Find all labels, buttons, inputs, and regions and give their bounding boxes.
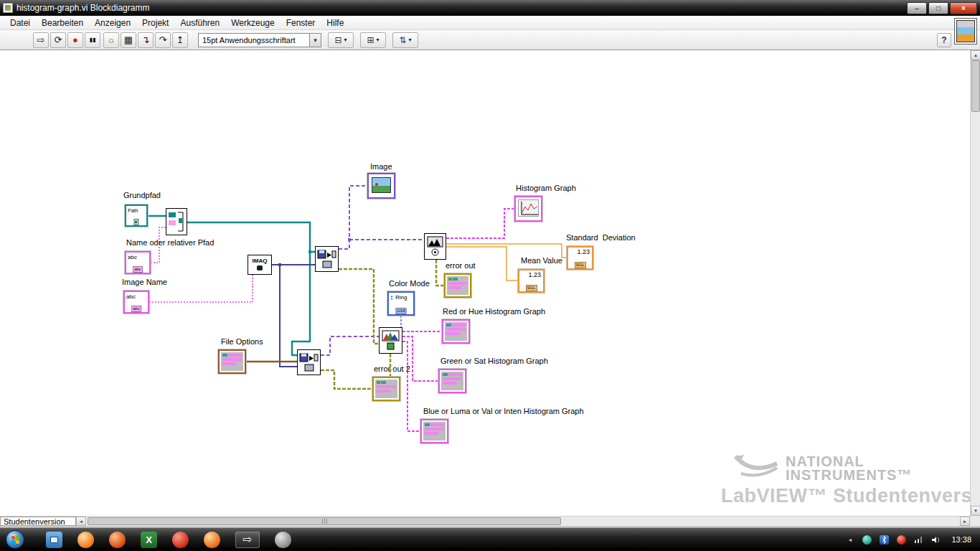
font-selector-caret-icon[interactable]: ▾ — [309, 34, 321, 47]
color-mode-label[interactable]: Color Mode — [389, 279, 430, 288]
error-out-indicator[interactable] — [444, 273, 471, 298]
taskbar-clock[interactable]: 13:38 — [948, 535, 971, 544]
red-hue-histogram-indicator[interactable] — [442, 319, 470, 344]
reorder-objects-button[interactable]: ⇅ ▾ — [392, 32, 418, 48]
signal-strength-icon[interactable] — [914, 535, 923, 545]
image-name-label[interactable]: Image Name — [122, 278, 167, 286]
color-histogram-node[interactable] — [379, 327, 402, 354]
step-over-button[interactable]: ↷ — [155, 32, 171, 48]
step-into-button[interactable]: ↴ — [138, 32, 154, 48]
font-selector[interactable]: 15pt Anwendungsschriftart ▾ — [198, 33, 321, 47]
green-hist-label[interactable]: Green or Sat Histogram Graph — [440, 357, 548, 365]
graph-thumbnail-icon — [518, 199, 539, 217]
labview-taskbar-button[interactable]: ⇨ — [235, 532, 260, 548]
web-browser-icon-2[interactable] — [204, 532, 220, 548]
error-out-2-indicator[interactable] — [372, 377, 400, 401]
help-button[interactable]: ? — [937, 33, 951, 47]
maximize-button[interactable]: □ — [928, 2, 948, 14]
wire-error-histogram-out[interactable] — [436, 260, 444, 286]
minimize-button[interactable]: – — [907, 2, 927, 14]
horizontal-scrollbar[interactable]: Studentenversion ◂ ▸ — [0, 516, 970, 526]
microphone-icon[interactable] — [275, 532, 291, 548]
wire-image2-to-colorhistogram[interactable] — [321, 336, 379, 355]
imaq-create-node[interactable]: IMAQ — [248, 255, 272, 275]
volume-icon[interactable] — [931, 535, 941, 545]
start-button[interactable] — [6, 530, 24, 549]
vertical-scrollbar[interactable]: ▴ ▾ — [970, 50, 980, 516]
explorer-icon[interactable] — [46, 532, 62, 548]
block-diagram-canvas[interactable]: NATIONAL INSTRUMENTS™ LabVIEW™ Studenten… — [0, 50, 970, 516]
menu-datei[interactable]: Datei — [4, 17, 36, 29]
file-options-label[interactable]: File Options — [221, 337, 263, 346]
histogram-graph-label[interactable]: Histogram Graph — [516, 184, 576, 192]
grundpfad-terminal[interactable]: Path ▸ — [125, 204, 148, 227]
menu-ausfuehren[interactable]: Ausführen — [174, 17, 225, 29]
run-continuous-button[interactable]: ⟳ — [50, 32, 66, 48]
green-sat-histogram-indicator[interactable] — [438, 369, 466, 393]
align-objects-button[interactable]: ⊟ ▾ — [328, 32, 354, 48]
diagram-tab-studentenversion[interactable]: Studentenversion — [0, 517, 76, 526]
image-label[interactable]: Image — [370, 162, 392, 171]
histogram-graph-indicator[interactable] — [514, 196, 542, 222]
media-player-icon[interactable] — [109, 532, 126, 548]
histogram-node[interactable] — [424, 233, 446, 260]
show-hidden-icons[interactable]: ◂ — [845, 535, 854, 545]
wire-error-file2-out[interactable] — [321, 370, 372, 389]
menu-fenster[interactable]: Fenster — [281, 17, 321, 29]
name-pfad-terminal[interactable]: abc abc — [125, 251, 151, 274]
scroll-down-icon[interactable]: ▾ — [971, 506, 980, 516]
file-options-control[interactable] — [218, 349, 246, 374]
image-indicator[interactable] — [367, 173, 395, 199]
blue-hist-label[interactable]: Blue or Luma or Val or Inten Histogram G… — [423, 407, 584, 415]
menu-hilfe[interactable]: Hilfe — [321, 17, 349, 29]
highlight-execution-button[interactable]: ☼ — [103, 32, 119, 48]
step-over-icon: ↷ — [159, 34, 167, 45]
retain-wire-values-button[interactable]: ▦ — [121, 32, 136, 48]
mean-value-label[interactable]: Mean Value — [521, 256, 562, 265]
imaq-readfile-node[interactable] — [315, 246, 339, 272]
standard-deviation-label[interactable]: Standard Deviation — [566, 233, 636, 242]
vertical-scroll-thumb[interactable] — [971, 60, 980, 112]
menu-anzeigen[interactable]: Anzeigen — [89, 17, 136, 29]
image-name-terminal[interactable]: abc abc — [123, 291, 149, 314]
imaq-chip-icon — [257, 265, 263, 270]
imaq-readfile-node-2[interactable] — [297, 349, 321, 375]
network-globe-icon[interactable] — [862, 535, 872, 545]
build-path-node[interactable] — [166, 208, 187, 235]
abort-button[interactable]: ● — [67, 32, 83, 48]
excel-icon[interactable]: X — [141, 532, 157, 548]
red-hist-label[interactable]: Red or Hue Histogram Graph — [443, 307, 545, 316]
menu-werkzeuge[interactable]: Werkzeuge — [225, 17, 280, 29]
firefox-icon[interactable] — [77, 532, 94, 548]
wire-error-file1[interactable] — [339, 269, 379, 344]
grundpfad-label[interactable]: Grundpfad — [123, 191, 161, 199]
mean-value-indicator[interactable]: 1.23 SGL — [518, 269, 545, 293]
scroll-left-icon[interactable]: ◂ — [76, 517, 86, 526]
run-button[interactable]: ⇨ — [33, 32, 49, 48]
distribute-objects-button[interactable]: ⊞ ▾ — [360, 32, 386, 48]
security-alert-icon[interactable] — [897, 535, 906, 545]
vi-icon[interactable] — [954, 18, 977, 44]
standard-deviation-indicator[interactable]: 1.23 SGL — [567, 246, 593, 270]
close-button[interactable]: × — [950, 2, 977, 14]
blue-luma-histogram-indicator[interactable] — [420, 419, 448, 443]
wire-blue-graph-wire[interactable] — [402, 342, 420, 431]
menu-bearbeiten[interactable]: Bearbeiten — [36, 17, 89, 29]
color-mode-control[interactable]: ▲▼ Ring U16 — [387, 291, 415, 316]
step-out-button[interactable]: ↥ — [172, 32, 188, 48]
wire-imaq-ref-file2[interactable] — [280, 265, 297, 367]
scroll-right-icon[interactable]: ▸ — [960, 517, 970, 526]
name-pfad-label[interactable]: Name oder relativer Pfad — [126, 238, 214, 247]
error-out-2-label[interactable]: error out 2 — [374, 364, 410, 373]
wire-histogram-graph-wire[interactable] — [446, 209, 514, 238]
reorder-icon: ⇅ — [399, 35, 406, 45]
scroll-up-icon[interactable]: ▴ — [971, 50, 980, 60]
menu-projekt[interactable]: Projekt — [136, 17, 174, 29]
error-out-label[interactable]: error out — [446, 261, 476, 270]
web-browser-icon[interactable] — [172, 532, 189, 548]
bluetooth-icon[interactable] — [880, 535, 889, 545]
horizontal-scroll-thumb[interactable] — [88, 517, 561, 525]
u16-type-tag: U16 — [395, 308, 406, 314]
pause-button[interactable]: ▮▮ — [85, 32, 100, 48]
ring-spinner-icon[interactable]: ▲▼ — [390, 295, 395, 301]
